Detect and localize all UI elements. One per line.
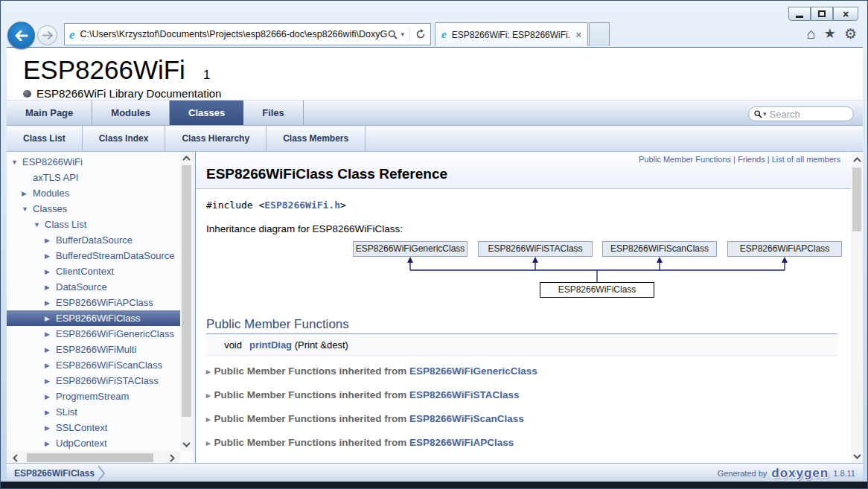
tree-expand-icon[interactable]: ▼	[22, 205, 33, 213]
tab-close-icon[interactable]: ×	[575, 30, 581, 39]
tree-item-label[interactable]: axTLS API	[33, 172, 78, 183]
tree-expand-icon[interactable]: ▶	[45, 393, 56, 400]
expand-arrow-icon[interactable]: ▸	[206, 415, 211, 424]
tree-item-label[interactable]: Classes	[33, 203, 67, 214]
search-input[interactable]	[770, 109, 837, 120]
inherited-section-scanclass[interactable]: ▸Public Member Functions inherited from …	[206, 410, 837, 427]
tree-item-classes[interactable]: ▼Classes	[7, 201, 193, 217]
tree-item-label[interactable]: BufferDataSource	[56, 234, 133, 246]
url-text[interactable]: C:\Users\Krzysztof\Documents\Projects\es…	[80, 29, 389, 39]
diagram-node-esp8266wificlass[interactable]: ESP8266WiFiClass	[540, 282, 654, 298]
tree-expand-icon[interactable]: ▶	[45, 362, 56, 369]
tree-expand-icon[interactable]: ▶	[45, 299, 56, 307]
include-file-link[interactable]: ESP8266WiFi.h	[264, 199, 340, 211]
tree-item-label[interactable]: ESP8266WiFiScanClass	[56, 359, 162, 371]
tools-icon[interactable]: ⚙	[844, 27, 857, 41]
sidebar-scrollbar-thumb[interactable]	[182, 165, 191, 417]
tree-expand-icon[interactable]: ▶	[45, 346, 56, 354]
maximize-button[interactable]	[811, 7, 833, 21]
inherited-class-link[interactable]: ESP8266WiFiGenericClass	[409, 365, 537, 377]
tree-expand-icon[interactable]: ▶	[22, 190, 33, 197]
tree-item-slist[interactable]: ▶SList	[7, 404, 193, 420]
tree-item-esp8266wifigenericclass[interactable]: ▶ESP8266WiFiGenericClass	[7, 326, 193, 342]
inherited-class-link[interactable]: ESP8266WiFiAPClass	[409, 437, 514, 448]
url-search-icon[interactable]	[388, 30, 398, 39]
home-icon[interactable]: ⌂	[807, 26, 816, 41]
tab-classes[interactable]: Classes	[170, 100, 243, 125]
tree-item-bufferdatasource[interactable]: ▶BufferDataSource	[7, 232, 193, 248]
tree-item-label[interactable]: ProgmemStream	[56, 391, 129, 402]
tree-expand-icon[interactable]: ▶	[45, 237, 56, 244]
tree-item-label[interactable]: DataSource	[56, 281, 107, 293]
forward-button[interactable]	[37, 25, 57, 45]
tree-expand-icon[interactable]: ▶	[45, 252, 56, 260]
scroll-down-icon[interactable]	[180, 438, 193, 451]
scroll-down-icon[interactable]	[851, 450, 863, 463]
close-button[interactable]: ×	[833, 7, 858, 21]
tree-item-clientcontext[interactable]: ▶ClientContext	[7, 263, 193, 279]
breadcrumb[interactable]: ESP8266WiFiClass	[14, 468, 95, 479]
tab-files[interactable]: Files	[243, 100, 304, 125]
tree-expand-icon[interactable]: ▶	[45, 377, 56, 385]
sidebar-scrollbar-vertical[interactable]	[180, 152, 193, 451]
search-icon[interactable]	[754, 110, 762, 118]
inherited-section-apclass[interactable]: ▸Public Member Functions inherited from …	[206, 434, 837, 451]
tree-item-label[interactable]: SSLContext	[56, 422, 107, 433]
tree-item-esp8266wificlass-selected[interactable]: ▶ESP8266WiFiClass	[7, 310, 193, 326]
tab-class-index[interactable]: Class Index	[83, 126, 166, 151]
scroll-up-icon[interactable]	[180, 152, 193, 164]
tree-item-udpcontext[interactable]: ▶UdpContext	[7, 435, 193, 451]
tree-item-esp8266wifistaclass[interactable]: ▶ESP8266WiFiSTAClass	[7, 373, 193, 389]
inherited-section-staclass[interactable]: ▸Public Member Functions inherited from …	[206, 386, 837, 403]
member-link-printdiag[interactable]: printDiag	[249, 339, 292, 351]
tree-expand-icon[interactable]: ▼	[11, 159, 22, 166]
tree-item-sslcontext[interactable]: ▶SSLContext	[7, 420, 193, 435]
diagram-node-apclass[interactable]: ESP8266WiFiAPClass	[727, 241, 842, 257]
sidebar-hscrollbar-thumb[interactable]	[27, 453, 153, 462]
summary-link-friends[interactable]: Friends	[738, 155, 765, 164]
tree-item-label[interactable]: ESP8266WiFi	[22, 156, 83, 167]
address-bar[interactable]: e C:\Users\Krzysztof\Documents\Projects\…	[64, 23, 431, 45]
doc-scrollbar-thumb[interactable]	[852, 167, 861, 231]
tree-item-axtls-api[interactable]: axTLS API	[7, 170, 193, 185]
search-box[interactable]: ▾	[748, 106, 854, 121]
tab-modules[interactable]: Modules	[92, 100, 170, 125]
tree-item-progmemstream[interactable]: ▶ProgmemStream	[7, 389, 193, 404]
tree-item-esp8266wifi[interactable]: ▼ESP8266WiFi	[7, 154, 193, 170]
doxygen-logo[interactable]: doxygen	[771, 466, 829, 481]
tree-item-label[interactable]: ESP8266WiFiGenericClass	[56, 328, 174, 339]
inherited-class-link[interactable]: ESP8266WiFiSTAClass	[409, 389, 519, 400]
tree-expand-icon[interactable]: ▶	[45, 424, 56, 432]
tree-item-label[interactable]: Class List	[45, 219, 86, 230]
tree-item-bufferedstreamdatasource[interactable]: ▶BufferedStreamDataSource	[7, 248, 193, 263]
summary-link-public-member-functions[interactable]: Public Member Functions	[639, 155, 731, 164]
url-search-dropdown-icon[interactable]: ▾	[401, 31, 404, 38]
diagram-node-scanclass[interactable]: ESP8266WiFiScanClass	[602, 241, 717, 257]
favorites-icon[interactable]: ★	[824, 27, 836, 40]
search-dropdown-icon[interactable]: ▾	[763, 110, 767, 118]
summary-link-all-members[interactable]: List of all members	[772, 155, 840, 164]
tree-item-esp8266wifiscanclass[interactable]: ▶ESP8266WiFiScanClass	[7, 357, 193, 373]
scroll-up-icon[interactable]	[851, 153, 863, 166]
tree-expand-icon[interactable]: ▶	[45, 440, 56, 447]
new-tab-button[interactable]	[589, 22, 610, 46]
inherited-class-link[interactable]: ESP8266WiFiScanClass	[409, 413, 524, 424]
tree-item-esp8266wifiapclass[interactable]: ▶ESP8266WiFiAPClass	[7, 295, 193, 310]
tree-expand-icon[interactable]: ▶	[45, 409, 56, 416]
back-button[interactable]	[7, 22, 35, 49]
browser-tab-active[interactable]: e ESP8266WiFi: ESP8266WiFi... ×	[435, 22, 588, 46]
tree-expand-icon[interactable]: ▼	[33, 221, 45, 228]
tab-class-list[interactable]: Class List	[7, 126, 83, 151]
tree-expand-icon[interactable]: ▶	[45, 315, 56, 322]
minimize-button[interactable]	[788, 7, 811, 21]
diagram-node-genericclass[interactable]: ESP8266WiFiGenericClass	[353, 241, 467, 257]
tree-expand-icon[interactable]: ▶	[45, 268, 56, 275]
diagram-node-staclass[interactable]: ESP8266WiFiSTAClass	[478, 241, 593, 257]
tree-item-modules[interactable]: ▶Modules	[7, 185, 193, 201]
expand-arrow-icon[interactable]: ▸	[206, 438, 211, 447]
tree-item-label[interactable]: Modules	[33, 188, 69, 199]
tree-item-label[interactable]: SList	[56, 406, 77, 418]
tree-item-label[interactable]: UdpContext	[56, 438, 107, 449]
tree-item-esp8266wifimulti[interactable]: ▶ESP8266WiFiMulti	[7, 342, 193, 357]
tree-item-label[interactable]: BufferedStreamDataSource	[56, 250, 174, 261]
